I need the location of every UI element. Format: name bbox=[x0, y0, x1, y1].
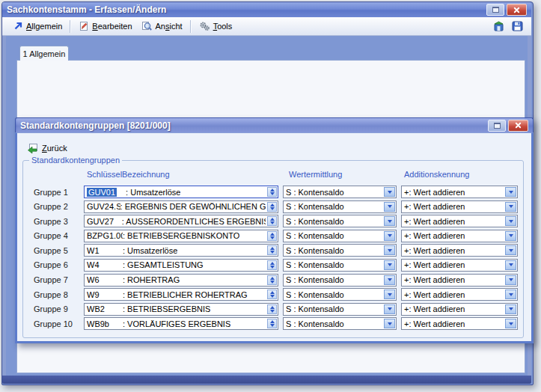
dropdown-arrow-icon[interactable] bbox=[384, 231, 395, 241]
dropdown-arrow-icon[interactable] bbox=[505, 202, 516, 212]
restore-button[interactable] bbox=[486, 4, 504, 16]
group-row: Gruppe 9 WB2 : BETRIEBSERGEBNIS S : Kont… bbox=[28, 303, 519, 316]
toolbar-separator bbox=[190, 20, 192, 33]
additionskennung-select[interactable]: +: Wert addieren bbox=[401, 230, 518, 242]
schluessel-bezeichnung-field[interactable]: GUV01 : Umsatzerlöse bbox=[84, 186, 278, 198]
package-icon[interactable] bbox=[492, 20, 505, 32]
group-row: Gruppe 2 GUV24.S3 : ERGEBNIS DER GEWÖHNL… bbox=[28, 200, 519, 213]
schluessel-value: BZPG1.00 bbox=[87, 231, 123, 240]
spinner-control[interactable] bbox=[267, 260, 277, 270]
wertermittlung-select[interactable]: S : Kontensaldo bbox=[283, 274, 397, 287]
spinner-control[interactable] bbox=[267, 231, 277, 241]
dropdown-arrow-icon[interactable] bbox=[384, 319, 395, 328]
spinner-control[interactable] bbox=[267, 245, 277, 255]
restore-icon bbox=[494, 123, 501, 129]
schluessel-bezeichnung-field[interactable]: W4 : GESAMTLEISTUNG bbox=[84, 259, 278, 272]
dropdown-arrow-icon[interactable] bbox=[505, 319, 516, 328]
dropdown-arrow-icon[interactable] bbox=[505, 260, 516, 270]
group-row-label: Gruppe 10 bbox=[28, 319, 84, 328]
additionskennung-value: +: Wert addieren bbox=[404, 304, 465, 313]
dropdown-arrow-icon[interactable] bbox=[384, 304, 395, 314]
group-row: Gruppe 10 WB9b : VORLÄUFIGES ERGEBNIS S … bbox=[28, 317, 519, 330]
wertermittlung-value: S : Kontensaldo bbox=[286, 319, 344, 328]
spinner-control[interactable] bbox=[267, 290, 277, 299]
wertermittlung-select[interactable]: S : Kontensaldo bbox=[283, 259, 397, 272]
wertermittlung-value: S : Kontensaldo bbox=[286, 202, 344, 211]
bezeichnung-value: : Umsatzerlöse bbox=[126, 188, 180, 197]
group-row: Gruppe 3 GUV27 : AUSSERORDENTLICHES ERGE… bbox=[28, 215, 519, 227]
dropdown-arrow-icon[interactable] bbox=[505, 231, 516, 241]
zurueck-button[interactable]: Zurück bbox=[22, 140, 71, 156]
wertermittlung-select[interactable]: S : Kontensaldo bbox=[283, 215, 397, 227]
magnifier-icon bbox=[141, 21, 153, 31]
dropdown-arrow-icon[interactable] bbox=[384, 290, 395, 299]
schluessel-bezeichnung-field[interactable]: WB2 : BETRIEBSERGEBNIS bbox=[84, 303, 278, 316]
additionskennung-select[interactable]: +: Wert addieren bbox=[401, 259, 518, 272]
schluessel-value: GUV01 bbox=[87, 188, 117, 197]
column-header-schluessel: Schlüssel bbox=[87, 170, 122, 179]
save-icon[interactable] bbox=[511, 20, 524, 32]
close-button[interactable] bbox=[507, 4, 527, 16]
schluessel-bezeichnung-field[interactable]: WB9b : VORLÄUFIGES ERGEBNIS bbox=[84, 317, 278, 330]
close-icon bbox=[513, 7, 520, 13]
additionskennung-select[interactable]: +: Wert addieren bbox=[401, 303, 518, 316]
dropdown-arrow-icon[interactable] bbox=[384, 260, 395, 270]
group-row-label: Gruppe 1 bbox=[28, 188, 84, 197]
additionskennung-select[interactable]: +: Wert addieren bbox=[401, 200, 518, 213]
additionskennung-select[interactable]: +: Wert addieren bbox=[401, 215, 518, 227]
additionskennung-select[interactable]: +: Wert addieren bbox=[401, 317, 518, 330]
column-header-wertermittlung: Wertermittlung bbox=[289, 170, 342, 179]
spinner-control[interactable] bbox=[267, 319, 277, 328]
dropdown-arrow-icon[interactable] bbox=[384, 275, 395, 285]
schluessel-bezeichnung-field[interactable]: W6 : ROHERTRAG bbox=[84, 274, 278, 287]
dropdown-arrow-icon[interactable] bbox=[505, 216, 516, 226]
additionskennung-select[interactable]: +: Wert addieren bbox=[401, 186, 518, 198]
dropdown-arrow-icon[interactable] bbox=[505, 290, 516, 299]
bezeichnung-value: : GESAMTLEISTUNG bbox=[123, 260, 204, 269]
dropdown-arrow-icon[interactable] bbox=[505, 245, 516, 255]
wertermittlung-value: S : Kontensaldo bbox=[286, 231, 344, 240]
additionskennung-select[interactable]: +: Wert addieren bbox=[401, 274, 518, 287]
dropdown-arrow-icon[interactable] bbox=[384, 216, 395, 226]
menu-item-allgemein[interactable]: Allgemein bbox=[8, 19, 67, 33]
spinner-control[interactable] bbox=[267, 275, 277, 285]
schluessel-value: GUV24.S3 bbox=[87, 202, 120, 211]
wertermittlung-select[interactable]: S : Kontensaldo bbox=[283, 317, 397, 330]
dropdown-arrow-icon[interactable] bbox=[384, 202, 395, 212]
spinner-control[interactable] bbox=[267, 187, 277, 197]
menu-item-bearbeiten[interactable]: Bearbeiten bbox=[74, 19, 136, 33]
additionskennung-select[interactable]: +: Wert addieren bbox=[401, 288, 518, 301]
dropdown-arrow-icon[interactable] bbox=[384, 245, 395, 255]
additionskennung-select[interactable]: +: Wert addieren bbox=[401, 244, 518, 257]
wertermittlung-select[interactable]: S : Kontensaldo bbox=[283, 303, 397, 316]
schluessel-value: WB9b bbox=[87, 319, 123, 328]
schluessel-bezeichnung-field[interactable]: GUV24.S3 : ERGEBNIS DER GEWÖHNLICHEN GES bbox=[84, 200, 278, 213]
wertermittlung-select[interactable]: S : Kontensaldo bbox=[283, 244, 397, 257]
wertermittlung-select[interactable]: S : Kontensaldo bbox=[283, 200, 397, 213]
wertermittlung-select[interactable]: S : Kontensaldo bbox=[283, 288, 397, 301]
additionskennung-value: +: Wert addieren bbox=[404, 188, 465, 197]
bezeichnung-value: : VORLÄUFIGES ERGEBNIS bbox=[123, 319, 230, 328]
schluessel-bezeichnung-field[interactable]: W9 : BETRIEBLICHER ROHERTRAG bbox=[84, 288, 278, 301]
dialog-restore-button[interactable] bbox=[488, 120, 506, 132]
spinner-control[interactable] bbox=[267, 202, 277, 212]
wertermittlung-select[interactable]: S : Kontensaldo bbox=[283, 230, 397, 242]
wertermittlung-select[interactable]: S : Kontensaldo bbox=[283, 186, 397, 198]
spinner-control[interactable] bbox=[267, 216, 277, 226]
dropdown-arrow-icon[interactable] bbox=[505, 187, 516, 197]
spinner-control[interactable] bbox=[267, 304, 277, 314]
schluessel-value: GUV27 bbox=[87, 217, 122, 226]
group-row-label: Gruppe 8 bbox=[28, 290, 84, 299]
dropdown-arrow-icon[interactable] bbox=[384, 187, 395, 197]
dropdown-arrow-icon[interactable] bbox=[505, 275, 516, 285]
schluessel-bezeichnung-field[interactable]: W1 : Umsatzerlöse bbox=[84, 244, 278, 257]
tab-allgemein[interactable]: 1 Allgemein bbox=[19, 46, 69, 61]
dialog-close-button[interactable] bbox=[508, 120, 528, 132]
schluessel-bezeichnung-field[interactable]: BZPG1.00 : BETRIEBSERGEBNISKONTO bbox=[84, 230, 278, 242]
dropdown-arrow-icon[interactable] bbox=[505, 304, 516, 314]
standardkontengruppen-dialog: Standardkontengruppen [8201/000] Zurück … bbox=[15, 117, 534, 343]
menu-item-ansicht[interactable]: Ansicht bbox=[137, 19, 187, 33]
menu-item-tools[interactable]: Tools bbox=[195, 19, 237, 33]
schluessel-bezeichnung-field[interactable]: GUV27 : AUSSERORDENTLICHES ERGEBNIS bbox=[84, 215, 278, 227]
close-icon bbox=[515, 122, 522, 129]
